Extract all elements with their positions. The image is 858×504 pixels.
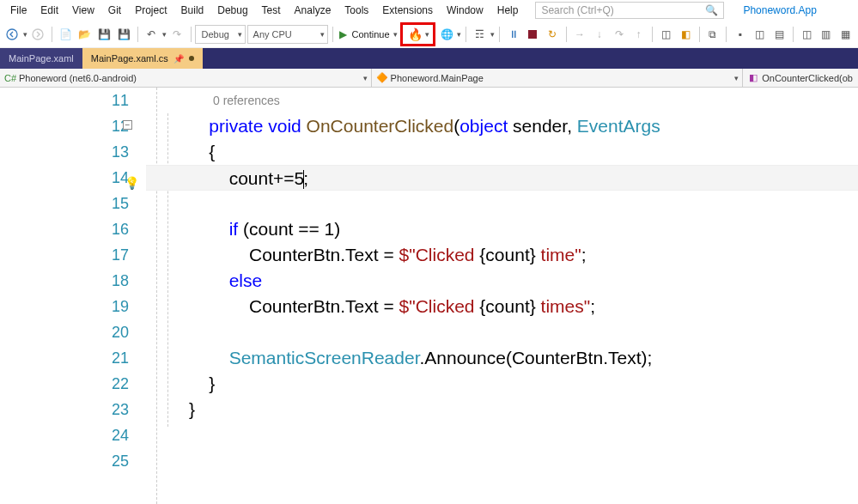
step-out-button: ↑ xyxy=(630,25,648,44)
step-over-button: ↷ xyxy=(610,25,628,44)
code-line: CounterBtn.Text = $"Clicked {count} time… xyxy=(189,294,858,319)
nav-project-dropdown[interactable]: C# Phoneword (net6.0-android) ▾ xyxy=(0,69,372,87)
continue-button[interactable]: Continue xyxy=(350,29,392,39)
nav-forward-button xyxy=(29,25,47,44)
hot-reload-button[interactable]: 🔥 xyxy=(406,25,425,44)
continue-dropdown[interactable]: ▾ xyxy=(393,30,398,39)
code-line xyxy=(189,448,858,474)
break-all-button[interactable]: ⏸ xyxy=(504,25,522,44)
ide-win2-button[interactable]: ◫ xyxy=(751,25,769,44)
undo-button[interactable]: ↶ xyxy=(143,25,161,44)
menu-help[interactable]: Help xyxy=(490,2,526,19)
save-button[interactable]: 💾 xyxy=(95,25,113,44)
stop-debug-button[interactable] xyxy=(524,25,542,44)
solution-platform-dropdown[interactable]: Any CPU xyxy=(247,25,328,44)
show-next-statement-button: → xyxy=(571,25,589,44)
line-number: 13 xyxy=(0,139,129,165)
caret-icon xyxy=(303,170,304,189)
nav-back-dropdown[interactable]: ▾ xyxy=(23,30,27,39)
nav-project-label: Phoneword (net6.0-android) xyxy=(19,73,137,83)
menu-build[interactable]: Build xyxy=(174,2,211,19)
code-line: } xyxy=(189,397,858,422)
line-number: 15 xyxy=(0,191,129,216)
dirty-indicator-icon xyxy=(189,56,194,61)
menu-project[interactable]: Project xyxy=(128,2,173,19)
menu-test[interactable]: Test xyxy=(255,2,288,19)
tab-mainpage-xaml[interactable]: MainPage.xaml xyxy=(0,48,82,69)
line-number: 19 xyxy=(0,294,129,319)
pin-icon[interactable]: 📌 xyxy=(173,54,184,64)
code-line: CounterBtn.Text = $"Clicked {count} time… xyxy=(189,242,858,268)
save-all-button[interactable]: 💾 xyxy=(115,25,133,44)
menu-extensions[interactable]: Extensions xyxy=(375,2,440,19)
search-icon: 🔍 xyxy=(705,4,718,16)
hot-reload-highlight: 🔥 ▾ xyxy=(400,22,435,46)
menu-bar: File Edit View Git Project Build Debug T… xyxy=(0,0,858,21)
chevron-down-icon: ▾ xyxy=(363,74,368,82)
line-number: 18 xyxy=(0,268,129,294)
nav-member-dropdown[interactable]: ◧ OnCounterClicked(ob xyxy=(743,69,858,87)
continue-icon[interactable]: ▶ xyxy=(339,28,347,40)
menu-edit[interactable]: Edit xyxy=(33,2,65,19)
tab-mainpage-xaml-cs[interactable]: MainPage.xaml.cs 📌 xyxy=(82,48,203,69)
code-line: { xyxy=(189,139,858,165)
nav-class-label: Phoneword.MainPage xyxy=(391,73,484,83)
standard-toolbar: ▾ 📄 📂 💾 💾 ↶ ▾ ↷ Debug Any CPU ▶ Continue… xyxy=(0,21,858,48)
line-number: 17 xyxy=(0,242,129,268)
new-project-button[interactable]: 📄 xyxy=(57,25,75,44)
code-current-line: count+=5; xyxy=(146,165,858,191)
code-line: if (count == 1) xyxy=(189,216,858,242)
undo-dropdown[interactable]: ▾ xyxy=(162,30,167,39)
code-editor[interactable]: 11 12− 13 14💡 15 16 17 18 19 20 21 22 23… xyxy=(0,88,858,504)
nav-back-button[interactable] xyxy=(3,25,21,44)
codelens-references[interactable]: 0 references xyxy=(189,88,858,113)
menu-git[interactable]: Git xyxy=(101,2,128,19)
live-property-button[interactable]: ◧ xyxy=(677,25,695,44)
live-visual-tree-button[interactable]: ◫ xyxy=(657,25,675,44)
menu-file[interactable]: File xyxy=(3,2,33,19)
browser-link-button[interactable]: 🌐 xyxy=(438,25,456,44)
solution-label[interactable]: Phoneword.App xyxy=(736,2,823,19)
tab-label: MainPage.xaml xyxy=(9,53,74,64)
line-number: 22 xyxy=(0,371,129,397)
code-area[interactable]: 0 references private void OnCounterClick… xyxy=(146,88,858,504)
xaml-binding-failures-button[interactable]: ⧉ xyxy=(703,25,721,44)
method-icon: ◧ xyxy=(748,73,758,83)
code-line: } xyxy=(189,371,858,397)
code-line: else xyxy=(189,268,858,294)
line-number: 16 xyxy=(0,216,129,242)
restart-button[interactable]: ↻ xyxy=(544,25,562,44)
hot-reload-dropdown[interactable]: ▾ xyxy=(425,30,429,39)
chevron-down-icon: ▾ xyxy=(734,74,739,82)
menu-window[interactable]: Window xyxy=(440,2,490,19)
nav-member-label: OnCounterClicked(ob xyxy=(762,73,853,83)
menu-debug[interactable]: Debug xyxy=(210,2,254,19)
solution-config-dropdown[interactable]: Debug xyxy=(195,25,245,44)
browser-link-dropdown[interactable]: ▾ xyxy=(457,30,461,39)
fold-minus-icon[interactable]: − xyxy=(123,120,132,130)
line-number: 25 xyxy=(0,448,129,474)
nav-class-dropdown[interactable]: 🔶 Phoneword.MainPage ▾ xyxy=(372,69,744,87)
class-icon: 🔶 xyxy=(377,73,387,83)
ide-win6-button[interactable]: ▦ xyxy=(837,25,855,44)
ide-win5-button[interactable]: ▥ xyxy=(818,25,836,44)
open-file-button[interactable]: 📂 xyxy=(76,25,94,44)
code-line xyxy=(189,319,858,345)
ide-win4-button[interactable]: ◫ xyxy=(798,25,816,44)
document-tab-bar: MainPage.xaml MainPage.xaml.cs 📌 xyxy=(0,48,858,69)
menu-view[interactable]: View xyxy=(65,2,101,19)
code-navigation-bar: C# Phoneword (net6.0-android) ▾ 🔶 Phonew… xyxy=(0,69,858,88)
code-line: private void OnCounterClicked(object sen… xyxy=(189,113,858,139)
tab-label: MainPage.xaml.cs xyxy=(91,53,168,64)
line-number: 12− xyxy=(0,113,129,139)
quick-search-input[interactable]: Search (Ctrl+Q) 🔍 xyxy=(535,2,724,19)
line-number: 23 xyxy=(0,397,129,422)
find-in-files-button[interactable]: ☶ xyxy=(471,25,489,44)
code-line xyxy=(189,422,858,448)
menu-analyze[interactable]: Analyze xyxy=(288,2,338,19)
ide-win3-button[interactable]: ▤ xyxy=(770,25,788,44)
ide-win1-button[interactable]: ▪ xyxy=(731,25,749,44)
find-dropdown[interactable]: ▾ xyxy=(490,30,495,39)
step-into-button: ↓ xyxy=(590,25,608,44)
menu-tools[interactable]: Tools xyxy=(338,2,375,19)
